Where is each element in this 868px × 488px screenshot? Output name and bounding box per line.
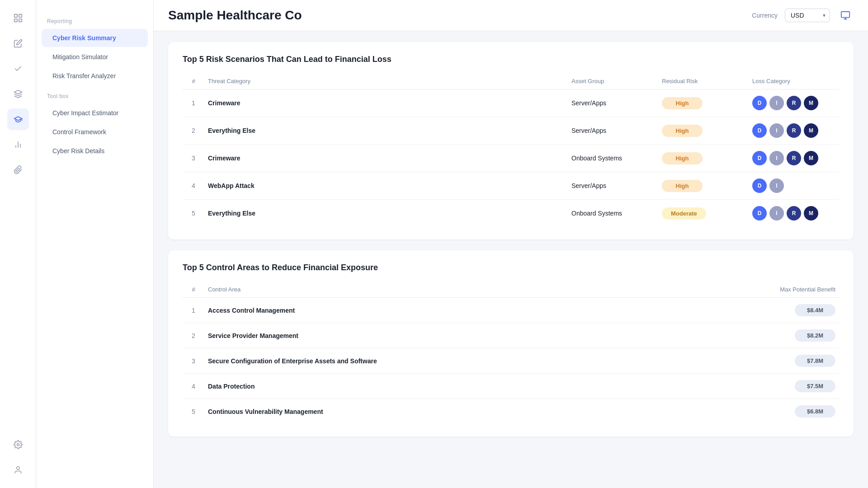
risk-table-row: 2 Everything Else Server/Apps High DIRM	[183, 117, 839, 145]
risk-row-residual: High	[658, 89, 749, 117]
currency-label: Currency	[752, 12, 778, 19]
risk-row-threat: Crimeware	[204, 145, 568, 172]
sidebar-icon-layers[interactable]	[7, 83, 29, 105]
currency-select[interactable]: USD EUR GBP CAD	[785, 9, 830, 22]
risk-row-residual: High	[658, 172, 749, 200]
risk-row-num: 3	[183, 145, 204, 172]
col-header-ctrl-area: Control Area	[204, 282, 749, 298]
nav-item-cyber-risk-details[interactable]: Cyber Risk Details	[42, 142, 148, 160]
page-title: Sample Healthcare Co	[168, 8, 302, 23]
loss-circle-r: R	[787, 96, 801, 110]
ctrl-row-benefit: $8.2M	[749, 323, 839, 348]
svg-point-9	[16, 467, 19, 470]
loss-circle-d: D	[752, 151, 767, 165]
risk-row-num: 2	[183, 117, 204, 145]
nav-toolbox-label: Tool box	[36, 86, 153, 103]
svg-rect-10	[841, 12, 849, 18]
risk-row-loss: DI	[749, 172, 839, 200]
benefit-badge: $8.4M	[795, 304, 835, 316]
residual-risk-badge: High	[662, 125, 703, 137]
risk-scenarios-card: Top 5 Risk Scenarios That Can Lead to Fi…	[168, 42, 854, 239]
control-table-row: 3 Secure Configuration of Enterprise Ass…	[183, 348, 839, 374]
risk-row-threat: Everything Else	[204, 200, 568, 227]
residual-risk-badge: Moderate	[662, 207, 706, 220]
nav-item-cyber-risk-summary[interactable]: Cyber Risk Summary	[42, 29, 148, 47]
risk-row-asset: Onboard Systems	[568, 200, 658, 227]
ctrl-row-area: Continuous Vulnerability Management	[204, 399, 749, 424]
risk-row-loss: DIRM	[749, 117, 839, 145]
page-content: Top 5 Risk Scenarios That Can Lead to Fi…	[154, 31, 868, 447]
col-header-ctrl-num: #	[183, 282, 204, 298]
nav-item-mitigation-simulator[interactable]: Mitigation Simulator	[42, 48, 148, 66]
loss-circle-r: R	[787, 206, 801, 221]
col-header-residual: Residual Risk	[658, 73, 749, 89]
ctrl-row-benefit: $8.4M	[749, 298, 839, 323]
risk-row-asset: Server/Apps	[568, 172, 658, 200]
risk-table-row: 3 Crimeware Onboard Systems High DIRM	[183, 145, 839, 172]
nav-item-control-framework[interactable]: Control Framework	[42, 123, 148, 141]
control-areas-table: # Control Area Max Potential Benefit 1 A…	[183, 282, 839, 424]
nav-item-risk-transfer-analyzer[interactable]: Risk Transfer Analyzer	[42, 67, 148, 85]
benefit-badge: $7.5M	[795, 380, 835, 392]
benefit-badge: $8.2M	[795, 329, 835, 342]
loss-circle-d: D	[752, 123, 767, 138]
nav-panel: Reporting Cyber Risk Summary Mitigation …	[36, 0, 154, 488]
sidebar-icon-user-settings[interactable]	[7, 459, 29, 481]
loss-circle-i: I	[769, 96, 784, 110]
residual-risk-badge: High	[662, 97, 703, 109]
risk-row-residual: High	[658, 145, 749, 172]
risk-table-row: 1 Crimeware Server/Apps High DIRM	[183, 89, 839, 117]
risk-row-num: 1	[183, 89, 204, 117]
risk-row-residual: Moderate	[658, 200, 749, 227]
sidebar-icon-barchart[interactable]	[7, 134, 29, 155]
nav-reporting-label: Reporting	[36, 11, 153, 28]
currency-selector-wrapper: USD EUR GBP CAD ▾	[785, 9, 830, 22]
benefit-badge: $7.8M	[795, 355, 835, 367]
risk-row-asset: Onboard Systems	[568, 145, 658, 172]
risk-row-num: 5	[183, 200, 204, 227]
ctrl-row-area: Service Provider Management	[204, 323, 749, 348]
sidebar-icon-dashboard[interactable]	[7, 7, 29, 29]
risk-table-row: 4 WebApp Attack Server/Apps High DI	[183, 172, 839, 200]
loss-circle-d: D	[752, 96, 767, 110]
risk-row-loss: DIRM	[749, 145, 839, 172]
svg-marker-4	[14, 90, 22, 94]
loss-circle-r: R	[787, 151, 801, 165]
sidebar-icon-reporting[interactable]	[7, 108, 29, 130]
sidebar-icon-settings[interactable]	[7, 434, 29, 455]
svg-point-8	[17, 444, 19, 446]
sidebar-icon-check[interactable]	[7, 58, 29, 80]
sidebar-icon-edit[interactable]	[7, 33, 29, 54]
risk-row-asset: Server/Apps	[568, 117, 658, 145]
header-right: Currency USD EUR GBP CAD ▾	[752, 7, 854, 23]
ctrl-row-area: Secure Configuration of Enterprise Asset…	[204, 348, 749, 374]
loss-circle-d: D	[752, 206, 767, 221]
loss-circle-i: I	[769, 123, 784, 138]
monitor-icon[interactable]	[837, 7, 854, 23]
loss-circle-m: M	[804, 123, 818, 138]
svg-rect-0	[14, 14, 17, 17]
loss-circle-m: M	[804, 96, 818, 110]
control-table-row: 5 Continuous Vulnerability Management $6…	[183, 399, 839, 424]
risk-scenarios-title: Top 5 Risk Scenarios That Can Lead to Fi…	[183, 55, 839, 64]
nav-item-cyber-impact-estimator[interactable]: Cyber Impact Estimator	[42, 104, 148, 122]
risk-row-residual: High	[658, 117, 749, 145]
residual-risk-badge: High	[662, 180, 703, 192]
col-header-loss: Loss Category	[749, 73, 839, 89]
risk-table-row: 5 Everything Else Onboard Systems Modera…	[183, 200, 839, 227]
risk-row-num: 4	[183, 172, 204, 200]
ctrl-row-benefit: $7.5M	[749, 374, 839, 399]
sidebar-icon-clip[interactable]	[7, 159, 29, 181]
ctrl-row-benefit: $7.8M	[749, 348, 839, 374]
ctrl-row-area: Access Control Management	[204, 298, 749, 323]
control-areas-card: Top 5 Control Areas to Reduce Financial …	[168, 250, 854, 436]
risk-row-threat: WebApp Attack	[204, 172, 568, 200]
residual-risk-badge: High	[662, 152, 703, 164]
sidebar-icon-bar	[0, 0, 36, 488]
svg-rect-3	[19, 19, 21, 22]
control-table-row: 4 Data Protection $7.5M	[183, 374, 839, 399]
loss-circle-i: I	[769, 206, 784, 221]
page-header: Sample Healthcare Co Currency USD EUR GB…	[154, 0, 868, 31]
control-areas-title: Top 5 Control Areas to Reduce Financial …	[183, 263, 839, 272]
risk-row-loss: DIRM	[749, 89, 839, 117]
